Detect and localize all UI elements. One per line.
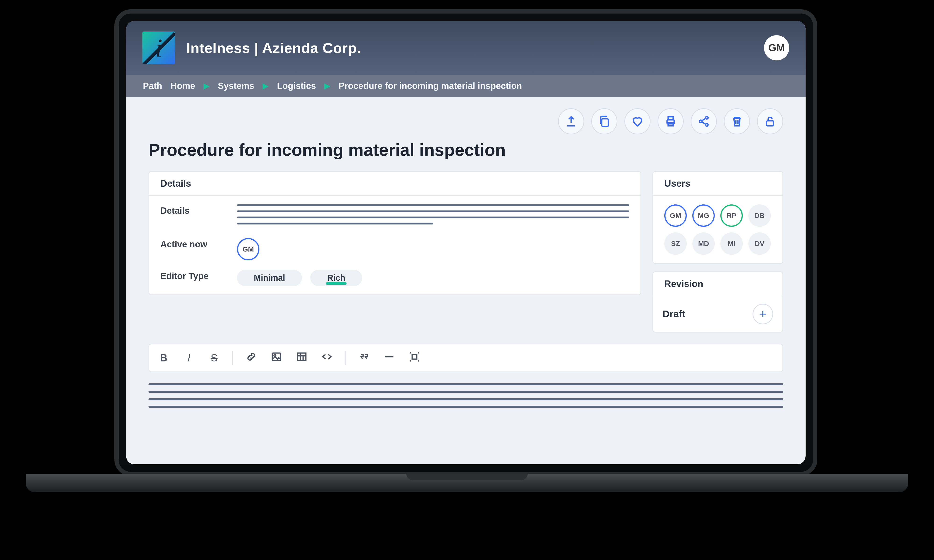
select-all-icon bbox=[409, 351, 420, 362]
strike-button[interactable]: S bbox=[207, 352, 221, 364]
details-card-title: Details bbox=[149, 172, 641, 196]
quote-button[interactable] bbox=[357, 351, 371, 365]
editor-type-rich[interactable]: Rich bbox=[310, 270, 362, 286]
details-card: Details Details Active now bbox=[148, 171, 641, 295]
svg-rect-11 bbox=[412, 354, 417, 359]
editor-type-label: Editor Type bbox=[160, 270, 226, 281]
export-icon bbox=[565, 115, 577, 128]
top-bar: i Intelness | Azienda Corp. GM bbox=[126, 21, 806, 75]
app-logo-letter: i bbox=[155, 33, 162, 63]
app-title: Intelness | Azienda Corp. bbox=[186, 40, 361, 56]
svg-rect-8 bbox=[272, 353, 281, 360]
user-chip[interactable]: DB bbox=[748, 205, 771, 227]
users-card-title: Users bbox=[653, 172, 783, 196]
active-user-chip[interactable]: GM bbox=[237, 238, 259, 260]
breadcrumb-item[interactable]: Systems bbox=[218, 81, 254, 91]
italic-button[interactable]: I bbox=[182, 352, 196, 364]
user-chip[interactable]: DV bbox=[748, 232, 771, 255]
image-button[interactable] bbox=[270, 351, 284, 365]
chevron-right-icon: ▶ bbox=[263, 82, 268, 90]
image-icon bbox=[271, 351, 282, 362]
unlock-button[interactable] bbox=[757, 108, 783, 134]
user-chip[interactable]: GM bbox=[664, 205, 687, 227]
revision-card: Revision Draft + bbox=[652, 271, 783, 332]
print-button[interactable] bbox=[658, 108, 684, 134]
toolbar-separator bbox=[345, 351, 346, 365]
page-content: Procedure for incoming material inspecti… bbox=[126, 97, 806, 425]
page-actions bbox=[148, 108, 783, 134]
link-button[interactable] bbox=[244, 351, 258, 365]
delete-button[interactable] bbox=[724, 108, 750, 134]
current-user-avatar[interactable]: GM bbox=[764, 35, 789, 60]
hr-button[interactable] bbox=[382, 351, 396, 365]
chevron-right-icon: ▶ bbox=[324, 82, 330, 90]
copy-icon bbox=[598, 115, 610, 128]
breadcrumb-label: Path bbox=[143, 81, 162, 91]
editor-content-placeholder[interactable] bbox=[148, 383, 783, 408]
horizontal-rule-icon bbox=[384, 351, 395, 362]
share-button[interactable] bbox=[691, 108, 717, 134]
user-chip[interactable]: MI bbox=[720, 232, 743, 255]
laptop-frame: i Intelness | Azienda Corp. GM Path Home… bbox=[114, 9, 817, 476]
favorite-button[interactable] bbox=[624, 108, 650, 134]
laptop-base bbox=[26, 474, 908, 492]
breadcrumb-item[interactable]: Logistics bbox=[277, 81, 316, 91]
editor-toolbar: B I S bbox=[148, 344, 783, 372]
link-icon bbox=[246, 351, 257, 362]
share-icon bbox=[698, 115, 710, 128]
user-chip[interactable]: SZ bbox=[664, 232, 687, 255]
table-icon bbox=[296, 351, 307, 362]
app-logo: i bbox=[142, 31, 175, 64]
svg-rect-0 bbox=[602, 119, 608, 126]
editor-type-minimal[interactable]: Minimal bbox=[237, 270, 302, 286]
users-card: Users GM MG RP DB SZ MD MI bbox=[652, 171, 783, 264]
user-chip[interactable]: RP bbox=[720, 205, 743, 227]
trash-icon bbox=[731, 115, 743, 128]
users-grid: GM MG RP DB SZ MD MI DV bbox=[664, 205, 771, 255]
revision-card-title: Revision bbox=[653, 272, 783, 296]
heart-icon bbox=[631, 115, 644, 128]
select-all-button[interactable] bbox=[407, 351, 421, 365]
table-button[interactable] bbox=[295, 351, 309, 365]
svg-rect-2 bbox=[668, 117, 673, 120]
quote-icon bbox=[358, 351, 370, 362]
revision-status: Draft bbox=[663, 308, 685, 320]
breadcrumb-item[interactable]: Home bbox=[171, 81, 195, 91]
code-icon bbox=[321, 351, 333, 362]
bold-button[interactable]: B bbox=[157, 352, 171, 364]
svg-rect-10 bbox=[297, 353, 306, 360]
page-title: Procedure for incoming material inspecti… bbox=[148, 140, 783, 160]
details-placeholder-lines bbox=[237, 205, 629, 229]
breadcrumb-bar: Path Home ▶ Systems ▶ Logistics ▶ Proced… bbox=[126, 75, 806, 97]
active-now-label: Active now bbox=[160, 238, 226, 249]
user-chip[interactable]: MG bbox=[692, 205, 715, 227]
user-chip[interactable]: MD bbox=[692, 232, 715, 255]
add-revision-button[interactable]: + bbox=[752, 304, 773, 324]
svg-rect-7 bbox=[767, 121, 774, 126]
unlock-icon bbox=[764, 115, 776, 128]
toolbar-separator bbox=[232, 351, 233, 365]
export-button[interactable] bbox=[558, 108, 584, 134]
breadcrumb-item-current: Procedure for incoming material inspecti… bbox=[339, 81, 522, 91]
print-icon bbox=[664, 115, 677, 128]
details-row-label: Details bbox=[160, 205, 226, 216]
plus-icon: + bbox=[759, 308, 767, 321]
chevron-right-icon: ▶ bbox=[203, 82, 210, 90]
app-screen: i Intelness | Azienda Corp. GM Path Home… bbox=[126, 21, 806, 464]
code-button[interactable] bbox=[320, 351, 334, 365]
copy-button[interactable] bbox=[591, 108, 617, 134]
